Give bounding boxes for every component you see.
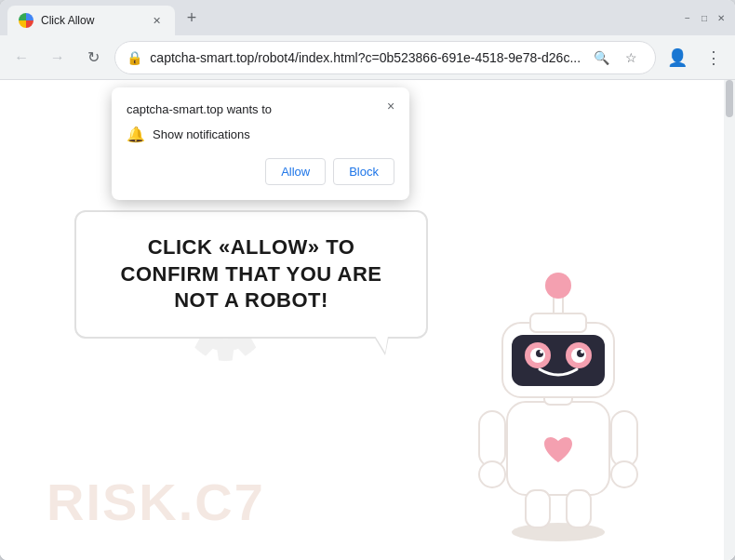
active-tab[interactable]: Click Allow ✕ (7, 6, 175, 35)
popup-actions: Allow Block (127, 158, 394, 185)
close-button[interactable]: ✕ (715, 11, 728, 24)
lock-icon: 🔒 (127, 50, 142, 65)
risk-watermark: RISK.C7 (47, 472, 265, 532)
minimize-button[interactable]: − (681, 11, 694, 24)
allow-button[interactable]: Allow (265, 158, 326, 185)
back-button[interactable]: ← (7, 43, 35, 73)
window-controls: − □ ✕ (681, 11, 728, 24)
scrollbar[interactable] (724, 80, 735, 560)
svg-point-18 (581, 350, 584, 353)
svg-point-0 (512, 523, 605, 541)
toolbar: ← → ↻ 🔒 captcha-smart.top/robot4/index.h… (0, 35, 735, 80)
menu-button[interactable]: ⋮ (700, 43, 728, 73)
address-bar[interactable]: 🔒 captcha-smart.top/robot4/index.html?c=… (114, 41, 656, 74)
scrollbar-thumb[interactable] (726, 80, 733, 117)
svg-point-3 (479, 461, 505, 487)
address-text: captcha-smart.top/robot4/index.html?c=0b… (150, 50, 581, 65)
svg-point-5 (611, 461, 637, 487)
robot-svg (456, 262, 661, 541)
tab-favicon (19, 13, 33, 28)
bookmark-button[interactable]: ☆ (618, 45, 644, 71)
svg-point-17 (540, 350, 543, 353)
svg-rect-6 (526, 490, 550, 527)
svg-rect-7 (567, 490, 591, 527)
speech-bubble: CLICK «ALLOW» TO CONFIRM THAT YOU ARE NO… (74, 210, 428, 339)
svg-point-20 (545, 273, 571, 299)
forward-button[interactable]: → (43, 43, 71, 73)
maximize-button[interactable]: □ (698, 11, 711, 24)
block-button[interactable]: Block (333, 158, 394, 185)
svg-rect-4 (611, 411, 637, 467)
popup-permission: 🔔 Show notifications (127, 126, 394, 143)
svg-rect-21 (530, 313, 586, 332)
bell-icon: 🔔 (127, 126, 145, 143)
tab-bar: Click Allow ✕ + (7, 0, 670, 35)
refresh-button[interactable]: ↻ (79, 43, 107, 73)
popup-site-text: captcha-smart.top wants to (127, 102, 394, 116)
robot-illustration (456, 262, 661, 541)
title-bar: Click Allow ✕ + − □ ✕ (0, 0, 735, 35)
new-tab-button[interactable]: + (179, 5, 205, 31)
svg-rect-10 (512, 335, 605, 386)
bubble-text: CLICK «ALLOW» TO CONFIRM THAT YOU ARE NO… (106, 234, 396, 314)
permission-text: Show notifications (153, 127, 250, 141)
tab-title: Click Allow (41, 14, 141, 27)
search-icon-button[interactable]: 🔍 (588, 45, 614, 71)
browser-window: Click Allow ✕ + − □ ✕ ← → ↻ 🔒 captcha-sm… (0, 0, 735, 560)
svg-rect-2 (479, 411, 505, 467)
page-content: × captcha-smart.top wants to 🔔 Show noti… (0, 80, 735, 560)
profile-button[interactable]: 👤 (663, 43, 691, 73)
address-actions: 🔍 ☆ (588, 45, 644, 71)
tab-close-button[interactable]: ✕ (149, 13, 164, 28)
popup-close-button[interactable]: × (381, 97, 400, 115)
notification-popup: × captcha-smart.top wants to 🔔 Show noti… (112, 87, 409, 200)
